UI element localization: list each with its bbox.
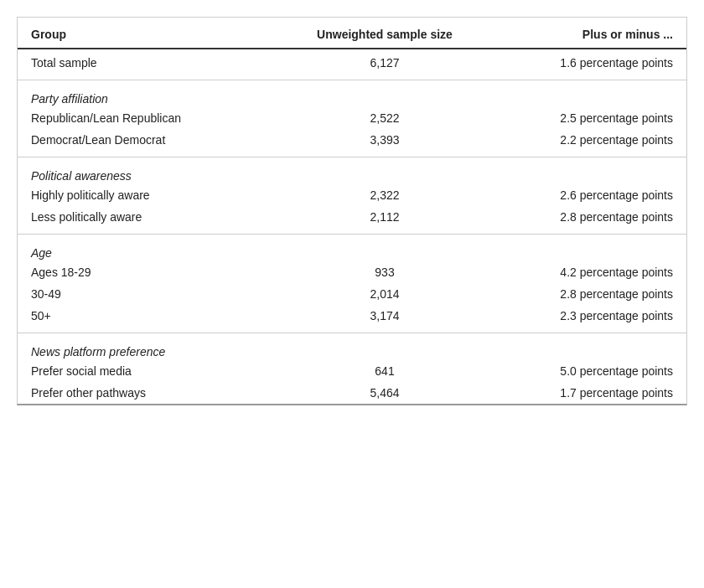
margin-value: 4.2 percentage points [468,261,686,283]
table-row: News platform preference [18,333,686,361]
table-row: Highly politically aware 2,322 2.6 perce… [18,184,686,206]
group-label: Prefer social media [18,360,301,382]
data-table: Group Unweighted sample size Plus or min… [18,18,686,404]
section-header-margin [468,80,686,108]
section-header-sample [301,333,468,361]
section-header-label: Political awareness [18,157,301,185]
margin-value: 2.5 percentage points [468,107,686,129]
section-header-margin [468,333,686,361]
table-row: Democrat/Lean Democrat 3,393 2.2 percent… [18,129,686,157]
sample-value: 2,522 [301,107,468,129]
table-row: Less politically aware 2,112 2.8 percent… [18,206,686,235]
section-header-sample [301,80,468,108]
main-table-container: Group Unweighted sample size Plus or min… [17,17,687,405]
table-row: Ages 18-29 933 4.2 percentage points [18,261,686,283]
group-label: Prefer other pathways [18,382,301,404]
group-label: 50+ [18,305,301,333]
sample-value: 2,112 [301,206,468,235]
group-label: Less politically aware [18,206,301,235]
margin-value: 2.3 percentage points [468,305,686,333]
margin-value: 2.8 percentage points [468,283,686,305]
table-row: Age [18,235,686,262]
table-header-row: Group Unweighted sample size Plus or min… [18,18,686,49]
table-row: 30-49 2,014 2.8 percentage points [18,283,686,305]
sample-value: 933 [301,261,468,283]
header-group: Group [18,18,301,49]
margin-value: 1.7 percentage points [468,382,686,404]
section-header-margin [468,235,686,262]
header-margin: Plus or minus ... [468,18,686,49]
sample-value: 3,174 [301,305,468,333]
table-row: Party affiliation [18,80,686,108]
section-header-label: Party affiliation [18,80,301,108]
margin-value: 1.6 percentage points [468,49,686,80]
group-label: Ages 18-29 [18,261,301,283]
table-row: 50+ 3,174 2.3 percentage points [18,305,686,333]
table-row: Republican/Lean Republican 2,522 2.5 per… [18,107,686,129]
group-label: Democrat/Lean Democrat [18,129,301,157]
group-label: Republican/Lean Republican [18,107,301,129]
section-header-margin [468,157,686,185]
group-label: Highly politically aware [18,184,301,206]
section-header-sample [301,157,468,185]
sample-value: 2,322 [301,184,468,206]
section-header-label: Age [18,235,301,262]
sample-value: 3,393 [301,129,468,157]
sample-value: 6,127 [301,49,468,80]
margin-value: 2.2 percentage points [468,129,686,157]
sample-value: 641 [301,360,468,382]
table-row: Total sample 6,127 1.6 percentage points [18,49,686,80]
table-row: Political awareness [18,157,686,185]
margin-value: 2.8 percentage points [468,206,686,235]
margin-value: 5.0 percentage points [468,360,686,382]
sample-value: 2,014 [301,283,468,305]
section-header-label: News platform preference [18,333,301,361]
sample-value: 5,464 [301,382,468,404]
group-label: 30-49 [18,283,301,305]
table-row: Prefer social media 641 5.0 percentage p… [18,360,686,382]
header-sample: Unweighted sample size [301,18,468,49]
group-label: Total sample [18,49,301,80]
margin-value: 2.6 percentage points [468,184,686,206]
section-header-sample [301,235,468,262]
table-row: Prefer other pathways 5,464 1.7 percenta… [18,382,686,404]
